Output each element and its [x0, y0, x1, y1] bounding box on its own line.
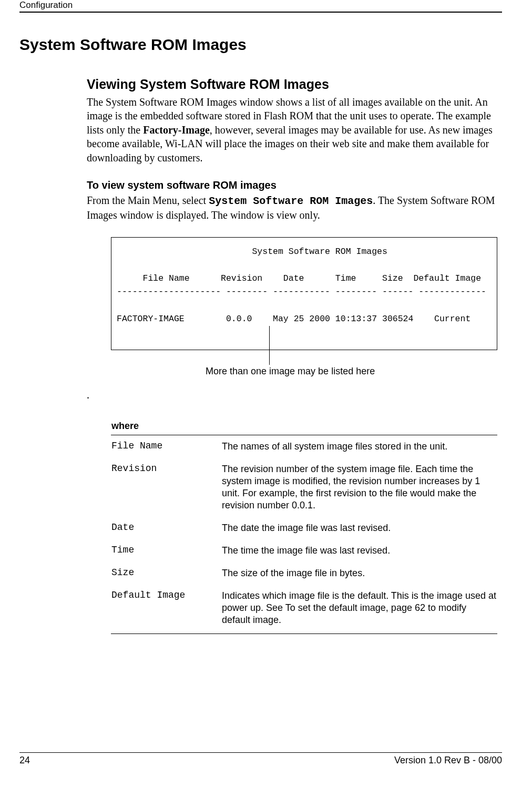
table-row: Default Image Indicates which image file…: [111, 585, 497, 634]
desc: The date the image file was last revised…: [221, 517, 497, 539]
screen-title: System Software ROM Images: [117, 247, 387, 257]
screen-rule: -------------------- -------- ----------…: [117, 287, 486, 297]
running-header: Configuration: [19, 0, 502, 12]
footer-rule: [19, 752, 502, 753]
version-label: Version 1.0 Rev B - 08/00: [394, 755, 502, 766]
term: Time: [111, 539, 221, 562]
procedure-heading: To view system software ROM images: [87, 179, 502, 191]
header-rule: [19, 12, 502, 13]
procedure-paragraph: From the Main Menu, select System Softwa…: [87, 193, 502, 222]
term: File Name: [111, 435, 221, 458]
term: Revision: [111, 458, 221, 517]
desc: The time the image file was last revised…: [221, 539, 497, 562]
term: Default Image: [111, 585, 221, 634]
desc: The size of the image file in bytes.: [221, 562, 497, 585]
table-row: File Name The names of all system image …: [111, 435, 497, 458]
proc-text-a: From the Main Menu, select: [87, 195, 209, 206]
table-row: Date The date the image file was last re…: [111, 517, 497, 539]
section-heading: Viewing System Software ROM Images: [87, 77, 502, 92]
screen-columns: File Name Revision Date Time Size Defaul…: [117, 273, 481, 283]
callout: More than one image may be listed here: [111, 350, 497, 387]
desc: Indicates which image file is the defaul…: [221, 585, 497, 634]
menu-command: System Software ROM Images: [209, 195, 373, 207]
trailing-period: .: [87, 389, 502, 401]
term: Size: [111, 562, 221, 585]
desc: The names of all system image files stor…: [221, 435, 497, 458]
table-row: Time The time the image file was last re…: [111, 539, 497, 562]
factory-image-label: Factory-Image: [143, 124, 210, 136]
desc: The revision number of the system image …: [221, 458, 497, 517]
screen-row-1: FACTORY-IMAGE 0.0.0 May 25 2000 10:13:37…: [117, 314, 470, 324]
intro-paragraph: The System Software ROM Images window sh…: [87, 95, 502, 165]
where-heading: where: [111, 420, 497, 435]
terminal-output: System Software ROM Images File Name Rev…: [111, 237, 497, 350]
term: Date: [111, 517, 221, 539]
table-row: Revision The revision number of the syst…: [111, 458, 497, 517]
page-title: System Software ROM Images: [19, 36, 502, 54]
callout-line: [269, 326, 270, 365]
page-number: 24: [19, 755, 30, 766]
where-table: where File Name The names of all system …: [111, 420, 497, 634]
callout-label: More than one image may be listed here: [206, 366, 375, 377]
table-row: Size The size of the image file in bytes…: [111, 562, 497, 585]
page-footer: 24 Version 1.0 Rev B - 08/00: [19, 752, 502, 766]
